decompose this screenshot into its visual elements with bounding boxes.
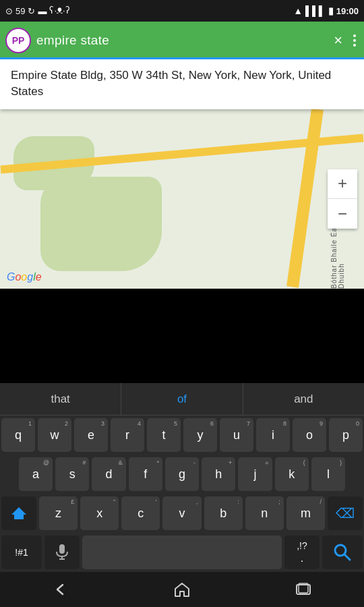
google-logo: Google xyxy=(7,271,42,283)
back-button[interactable] xyxy=(40,576,81,603)
word-suggestions: that of and xyxy=(0,383,364,415)
key-a[interactable]: @a xyxy=(19,457,53,491)
search-icon xyxy=(334,544,351,561)
key-z[interactable]: £z xyxy=(39,496,78,530)
status-bar: ⊙ 59 ↻ ▬ ʕ·ᴥ·ʔ ▲ ▌▌▌ ▮ 19:00 xyxy=(0,0,364,22)
key-i[interactable]: 8i xyxy=(256,418,290,452)
avatar[interactable]: PP xyxy=(5,28,31,53)
map-green-patch-1 xyxy=(40,177,162,271)
search-key[interactable] xyxy=(322,536,363,569)
suggestion-and[interactable]: and xyxy=(243,383,364,415)
menu-button[interactable] xyxy=(351,32,359,49)
zoom-out-button[interactable]: − xyxy=(328,199,357,229)
key-w[interactable]: 2w xyxy=(38,418,71,452)
number-mode-key[interactable]: !#1 xyxy=(1,536,42,569)
phone-icon: ▬ xyxy=(38,6,47,16)
key-n[interactable]: ;n xyxy=(245,496,284,530)
key-l[interactable]: )l xyxy=(311,457,345,491)
dot-label: . xyxy=(301,552,303,565)
key-x[interactable]: "x xyxy=(80,496,119,530)
zoom-in-button[interactable]: + xyxy=(328,169,357,199)
svg-rect-0 xyxy=(59,544,65,554)
mic-key[interactable] xyxy=(44,536,80,569)
key-t[interactable]: 5t xyxy=(147,418,181,452)
zoom-controls: + − xyxy=(328,169,357,229)
key-j[interactable]: =j xyxy=(238,457,272,491)
recents-button[interactable] xyxy=(283,576,324,603)
suggestion-of[interactable]: of xyxy=(121,383,243,415)
search-bar: PP empire state × xyxy=(0,22,364,59)
key-d[interactable]: &d xyxy=(92,457,125,491)
refresh-icon: ↻ xyxy=(28,6,35,16)
close-button[interactable]: × xyxy=(331,29,345,52)
key-row-4: !#1 ,!? . xyxy=(0,533,364,572)
key-u[interactable]: 7u xyxy=(220,418,253,452)
key-p[interactable]: 0p xyxy=(329,418,363,452)
key-h[interactable]: +h xyxy=(202,457,235,491)
suggestion-that[interactable]: that xyxy=(0,383,121,415)
badge-59: 59 xyxy=(16,6,25,16)
status-icons-right: ▲ ▌▌▌ ▮ 19:00 xyxy=(293,5,359,16)
back-icon xyxy=(53,582,68,597)
space-key[interactable] xyxy=(82,536,282,569)
svg-line-4 xyxy=(344,554,350,560)
key-r[interactable]: 4r xyxy=(111,418,144,452)
cat-icon: ʕ·ᴥ·ʔ xyxy=(49,5,69,16)
key-y[interactable]: 6y xyxy=(183,418,217,452)
menu-dot-3 xyxy=(353,44,356,47)
keyboard-area: that of and 1q 2w 3e 4r 5t 6y 7u 8i 9o 0… xyxy=(0,383,364,572)
wifi-icon: ▲ xyxy=(293,5,303,16)
home-icon xyxy=(174,582,190,597)
search-input[interactable]: empire state xyxy=(36,33,326,48)
menu-dot-1 xyxy=(353,34,356,37)
punct-label: ,!? xyxy=(297,540,307,551)
key-c[interactable]: 'c xyxy=(121,496,160,530)
key-g[interactable]: -g xyxy=(165,457,199,491)
time-display: 19:00 xyxy=(336,6,359,16)
number-mode-label: !#1 xyxy=(15,547,28,558)
key-b[interactable]: :b xyxy=(204,496,243,530)
circle-icon: ⊙ xyxy=(5,6,13,16)
key-k[interactable]: (k xyxy=(275,457,309,491)
key-s[interactable]: #s xyxy=(55,457,89,491)
bottom-nav xyxy=(0,572,364,607)
shift-key[interactable] xyxy=(1,496,36,530)
key-q[interactable]: 1q xyxy=(1,418,35,452)
key-row-2: @a #s &d *f -g +h =j (k )l xyxy=(0,455,364,494)
recents-icon xyxy=(295,583,311,596)
search-suggestion[interactable]: Empire State Bldg, 350 W 34th St, New Yo… xyxy=(0,59,364,109)
key-o[interactable]: 9o xyxy=(293,418,326,452)
battery-icon: ▮ xyxy=(328,5,334,16)
suggestion-text: Empire State Bldg, 350 W 34th St, New Yo… xyxy=(11,67,353,100)
key-f[interactable]: *f xyxy=(129,457,162,491)
punct-key[interactable]: ,!? . xyxy=(284,536,320,569)
key-v[interactable]: ,v xyxy=(162,496,201,530)
key-row-3: £z "x 'c ,v :b ;n /m ⌫ xyxy=(0,494,364,533)
mic-icon xyxy=(55,544,69,560)
key-m[interactable]: /m xyxy=(286,496,325,530)
signal-icon: ▌▌▌ xyxy=(305,5,326,16)
status-icons-left: ⊙ 59 ↻ ▬ ʕ·ᴥ·ʔ xyxy=(5,5,70,16)
key-row-1: 1q 2w 3e 4r 5t 6y 7u 8i 9o 0p xyxy=(0,415,364,455)
delete-key[interactable]: ⌫ xyxy=(328,496,363,530)
home-button[interactable] xyxy=(162,576,202,603)
menu-dot-2 xyxy=(353,39,356,42)
map-area[interactable]: Bóthar Bhaile Éamainn Dhuibh Google + − xyxy=(0,109,364,289)
key-e[interactable]: 3e xyxy=(74,418,108,452)
